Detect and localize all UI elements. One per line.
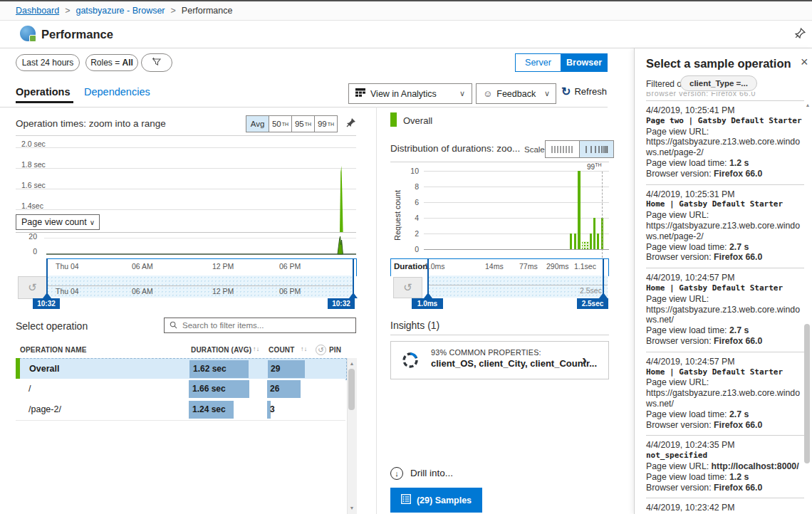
- breadcrumb-link-dashboard[interactable]: Dashboard: [16, 6, 59, 16]
- col-duration[interactable]: DURATION (AVG): [191, 346, 251, 354]
- list-item[interactable]: 4/4/2019, 10:24:35 PMnot_specifiedPage v…: [646, 436, 804, 498]
- x-tick-label: 06 AM: [132, 262, 153, 271]
- tab-dependencies[interactable]: Dependencies: [84, 86, 150, 98]
- table-row[interactable]: /1.66 sec26: [16, 379, 345, 400]
- search-box[interactable]: [164, 318, 356, 333]
- sample-url: https://gatsbyazure.z13.web.core.windows…: [646, 388, 804, 409]
- duration-brush-left-grip[interactable]: [424, 293, 432, 298]
- sample-time: 4/4/2019, 10:24:57 PM: [646, 273, 804, 283]
- server-tab[interactable]: Server: [515, 53, 561, 72]
- list-item[interactable]: 4/4/2019, 10:24:57 PMHome | Gatsby Defau…: [646, 352, 804, 436]
- histogram-bar[interactable]: [582, 241, 589, 249]
- filter-pill[interactable]: client_Type =...: [680, 75, 757, 91]
- scroll-up-icon[interactable]: ▲: [348, 361, 356, 366]
- time-brush-region[interactable]: [46, 276, 354, 298]
- insights-heading: Insights (1): [390, 320, 439, 331]
- breadcrumb-link-resource[interactable]: gatsbyazure - Browser: [76, 6, 165, 16]
- count-metric-label: Page view count: [21, 217, 87, 227]
- agg-option-avg[interactable]: Avg: [246, 115, 269, 132]
- x-tick-label: 77ms: [519, 262, 538, 271]
- brush-right-handle-grip[interactable]: [349, 293, 358, 298]
- feedback-label: Feedback: [496, 89, 536, 99]
- tab-operations-underline: [16, 101, 73, 103]
- sample-load-time: Page view load time: 2.7 s: [646, 325, 804, 336]
- close-icon[interactable]: ×: [801, 55, 808, 70]
- add-filter-button[interactable]: [141, 53, 172, 72]
- list-item[interactable]: 4/4/2019, 10:24:57 PMHome | Gatsby Defau…: [646, 268, 804, 352]
- tab-operations[interactable]: Operations: [16, 86, 71, 98]
- sample-load-time: Page view load time: 1.2 s: [646, 158, 804, 169]
- sample-time: 4/4/2019, 10:25:41 PM: [646, 105, 804, 116]
- y-tick-label: 4: [399, 214, 419, 222]
- reset-duration-zoom-button[interactable]: ↺: [393, 277, 422, 298]
- search-input[interactable]: [181, 320, 340, 330]
- samples-button[interactable]: (29) Samples: [390, 488, 482, 513]
- table-row[interactable]: Overall1.62 sec29: [16, 358, 347, 380]
- reset-pin-icon[interactable]: ↺: [316, 345, 326, 355]
- sample-url-label: Page view URL:: [646, 210, 804, 221]
- chevron-right-icon: ›: [582, 351, 587, 368]
- operation-name-cell: /: [28, 384, 31, 394]
- sample-title: Home | Gatsby Default Starter: [646, 367, 804, 378]
- agg-option-50[interactable]: 50TH: [269, 115, 292, 132]
- histogram-bar[interactable]: [593, 218, 595, 249]
- histogram-bar[interactable]: [570, 234, 572, 249]
- histogram-bar[interactable]: [578, 171, 581, 249]
- table-row[interactable]: /page-2/1.24 sec3: [16, 399, 345, 421]
- list-item[interactable]: 4/4/2019, 10:25:41 PMPage two | Gatsby D…: [646, 101, 804, 185]
- agg-option-95[interactable]: 95TH: [291, 115, 315, 132]
- table-scrollbar-thumb[interactable]: [348, 369, 355, 410]
- app-insights-icon: [20, 26, 36, 41]
- pin-icon[interactable]: [794, 27, 806, 41]
- y-tick-label: 8: [399, 182, 419, 191]
- log-scale-button[interactable]: [579, 140, 614, 158]
- list-item[interactable]: 4/4/2019, 10:25:31 PMHome | Gatsby Defau…: [646, 185, 804, 269]
- insight-card[interactable]: 93% COMMON PROPERTIES: client_OS, client…: [390, 341, 609, 379]
- brush-left-time-chip: 10:32: [33, 298, 60, 309]
- sample-list: 4/4/2019, 10:25:41 PMPage two | Gatsby D…: [646, 100, 804, 514]
- refresh-button[interactable]: ↻ Refresh: [561, 85, 607, 98]
- x-tick-label: Thu 04: [56, 287, 79, 295]
- drill-into-label: Drill into...: [410, 468, 453, 478]
- count-metric-dropdown[interactable]: Page view count ∨: [16, 214, 100, 230]
- sort-icon[interactable]: ↑↓: [253, 345, 259, 352]
- y-tick-label: 2.0 sec: [21, 140, 46, 148]
- browser-tab[interactable]: Browser: [561, 53, 608, 72]
- view-in-analytics-button[interactable]: View in Analytics ∨: [348, 83, 472, 104]
- time-range-filter[interactable]: Last 24 hours: [16, 54, 80, 71]
- duration-histogram[interactable]: [424, 170, 609, 250]
- brush-left-handle-grip[interactable]: [43, 293, 51, 298]
- feedback-button[interactable]: ☺ Feedback ∨: [476, 83, 556, 104]
- pin-chart-icon[interactable]: [345, 117, 357, 130]
- sort-icon[interactable]: ↑↓: [301, 345, 307, 352]
- duration-brush-right-grip[interactable]: [599, 293, 608, 298]
- breadcrumb-current: Performance: [182, 6, 233, 16]
- histogram-bar[interactable]: [574, 234, 576, 249]
- x-tick-label: 1.1sec: [574, 262, 596, 271]
- histogram-bar[interactable]: [590, 234, 592, 249]
- breadcrumb-separator-icon: >: [65, 6, 70, 16]
- col-operation-name[interactable]: OPERATION NAME: [20, 346, 87, 354]
- list-item[interactable]: 4/4/2019, 10:23:42 PM: [646, 498, 804, 514]
- col-count[interactable]: COUNT: [269, 346, 295, 354]
- sample-time: 4/4/2019, 10:24:57 PM: [646, 357, 804, 367]
- linear-scale-button[interactable]: [545, 140, 580, 158]
- roles-label: Roles =: [90, 58, 120, 68]
- brush-right-time-chip: 10:32: [328, 298, 355, 309]
- panel-scrollbar-thumb[interactable]: [804, 324, 810, 463]
- scroll-down-icon[interactable]: ▼: [348, 505, 356, 510]
- x-tick-label: 06 AM: [132, 287, 153, 295]
- panel-scroll-up-icon[interactable]: ▲: [803, 103, 812, 107]
- agg-option-99[interactable]: 99TH: [314, 115, 338, 132]
- drill-into-icon: ↓: [390, 467, 403, 480]
- sample-time: 4/4/2019, 10:24:35 PM: [646, 440, 804, 451]
- common-properties-donut-icon: [401, 351, 420, 372]
- time-range-label: Last 24 hours: [22, 58, 74, 68]
- legend-label: Overall: [403, 115, 432, 126]
- sample-time: 4/4/2019, 10:23:42 PM: [646, 503, 804, 513]
- undo-icon: ↺: [403, 281, 412, 294]
- histogram-bar[interactable]: [597, 234, 599, 249]
- roles-filter[interactable]: Roles = All: [85, 54, 138, 71]
- p99-marker-label: 99TH: [587, 162, 601, 171]
- sample-load-time: Page view load time: 1.2 s: [646, 472, 804, 483]
